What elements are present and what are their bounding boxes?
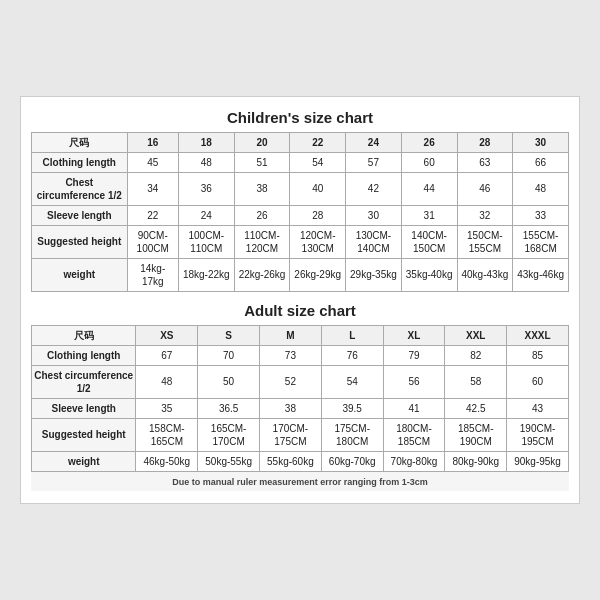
cell-1-1: 50 (198, 365, 260, 398)
col-header-2: S (198, 325, 260, 345)
row-label-4: weight (32, 258, 128, 291)
col-header-3: M (260, 325, 322, 345)
table-row: Suggested height90CM-100CM100CM-110CM110… (32, 225, 569, 258)
cell-4-5: 80kg-90kg (445, 451, 507, 471)
cell-3-5: 140CM-150CM (401, 225, 457, 258)
cell-0-7: 66 (513, 152, 569, 172)
cell-2-3: 39.5 (321, 398, 383, 418)
cell-1-3: 40 (290, 172, 346, 205)
cell-2-1: 36.5 (198, 398, 260, 418)
cell-2-4: 41 (383, 398, 445, 418)
col-header-1: XS (136, 325, 198, 345)
cell-1-7: 48 (513, 172, 569, 205)
cell-4-1: 50kg-55kg (198, 451, 260, 471)
cell-0-5: 60 (401, 152, 457, 172)
col-header-5: 24 (346, 132, 402, 152)
cell-1-5: 58 (445, 365, 507, 398)
cell-0-3: 54 (290, 152, 346, 172)
cell-2-6: 32 (457, 205, 513, 225)
cell-0-0: 67 (136, 345, 198, 365)
row-label-4: weight (32, 451, 136, 471)
cell-2-7: 33 (513, 205, 569, 225)
cell-1-2: 52 (260, 365, 322, 398)
cell-3-7: 155CM-168CM (513, 225, 569, 258)
col-header-7: 28 (457, 132, 513, 152)
cell-1-0: 48 (136, 365, 198, 398)
col-header-6: 26 (401, 132, 457, 152)
row-label-1: Chest circumference 1/2 (32, 172, 128, 205)
cell-3-6: 190CM-195CM (507, 418, 569, 451)
cell-4-6: 40kg-43kg (457, 258, 513, 291)
note-row: Due to manual ruler measurement error ra… (31, 472, 569, 492)
cell-4-0: 46kg-50kg (136, 451, 198, 471)
cell-0-4: 57 (346, 152, 402, 172)
cell-4-3: 60kg-70kg (321, 451, 383, 471)
cell-2-2: 26 (234, 205, 290, 225)
cell-4-1: 18kg-22kg (178, 258, 234, 291)
cell-3-4: 180CM-185CM (383, 418, 445, 451)
note-table: Due to manual ruler measurement error ra… (31, 472, 569, 492)
cell-3-2: 110CM-120CM (234, 225, 290, 258)
row-label-0: Clothing length (32, 345, 136, 365)
cell-1-6: 60 (507, 365, 569, 398)
cell-1-5: 44 (401, 172, 457, 205)
cell-1-4: 56 (383, 365, 445, 398)
note-text: Due to manual ruler measurement error ra… (31, 472, 569, 492)
cell-4-4: 29kg-35kg (346, 258, 402, 291)
cell-2-1: 24 (178, 205, 234, 225)
cell-2-3: 28 (290, 205, 346, 225)
table-row: Clothing length67707376798285 (32, 345, 569, 365)
children-size-table: 尺码1618202224262830 Clothing length454851… (31, 132, 569, 292)
table-row: Chest circumference 1/23436384042444648 (32, 172, 569, 205)
cell-0-1: 70 (198, 345, 260, 365)
cell-0-6: 85 (507, 345, 569, 365)
cell-2-2: 38 (260, 398, 322, 418)
cell-3-3: 120CM-130CM (290, 225, 346, 258)
col-header-8: 30 (513, 132, 569, 152)
cell-0-6: 63 (457, 152, 513, 172)
cell-2-5: 31 (401, 205, 457, 225)
cell-3-3: 175CM-180CM (321, 418, 383, 451)
adult-chart-title: Adult size chart (31, 302, 569, 319)
cell-3-4: 130CM-140CM (346, 225, 402, 258)
cell-1-4: 42 (346, 172, 402, 205)
cell-1-3: 54 (321, 365, 383, 398)
cell-4-7: 43kg-46kg (513, 258, 569, 291)
cell-1-2: 38 (234, 172, 290, 205)
cell-2-0: 35 (136, 398, 198, 418)
table-row: Clothing length4548515457606366 (32, 152, 569, 172)
row-label-0: Clothing length (32, 152, 128, 172)
table-row: Sleeve length3536.53839.54142.543 (32, 398, 569, 418)
cell-0-3: 76 (321, 345, 383, 365)
cell-0-4: 79 (383, 345, 445, 365)
cell-3-0: 90CM-100CM (127, 225, 178, 258)
cell-4-5: 35kg-40kg (401, 258, 457, 291)
cell-3-0: 158CM-165CM (136, 418, 198, 451)
cell-3-5: 185CM-190CM (445, 418, 507, 451)
cell-4-6: 90kg-95kg (507, 451, 569, 471)
cell-4-2: 55kg-60kg (260, 451, 322, 471)
row-label-1: Chest circumference 1/2 (32, 365, 136, 398)
col-header-0: 尺码 (32, 325, 136, 345)
col-header-6: XXL (445, 325, 507, 345)
table-row: weight14kg-17kg18kg-22kg22kg-26kg26kg-29… (32, 258, 569, 291)
col-header-0: 尺码 (32, 132, 128, 152)
cell-4-3: 26kg-29kg (290, 258, 346, 291)
cell-3-1: 165CM-170CM (198, 418, 260, 451)
cell-4-4: 70kg-80kg (383, 451, 445, 471)
cell-1-0: 34 (127, 172, 178, 205)
children-header-row: 尺码1618202224262830 (32, 132, 569, 152)
table-row: Suggested height158CM-165CM165CM-170CM17… (32, 418, 569, 451)
cell-0-5: 82 (445, 345, 507, 365)
col-header-4: L (321, 325, 383, 345)
row-label-2: Sleeve length (32, 398, 136, 418)
col-header-3: 20 (234, 132, 290, 152)
col-header-2: 18 (178, 132, 234, 152)
cell-0-0: 45 (127, 152, 178, 172)
table-row: weight46kg-50kg50kg-55kg55kg-60kg60kg-70… (32, 451, 569, 471)
row-label-3: Suggested height (32, 418, 136, 451)
table-row: Sleeve length2224262830313233 (32, 205, 569, 225)
cell-2-5: 42.5 (445, 398, 507, 418)
adult-size-table: 尺码XSSMLXLXXLXXXL Clothing length67707376… (31, 325, 569, 472)
cell-0-2: 51 (234, 152, 290, 172)
